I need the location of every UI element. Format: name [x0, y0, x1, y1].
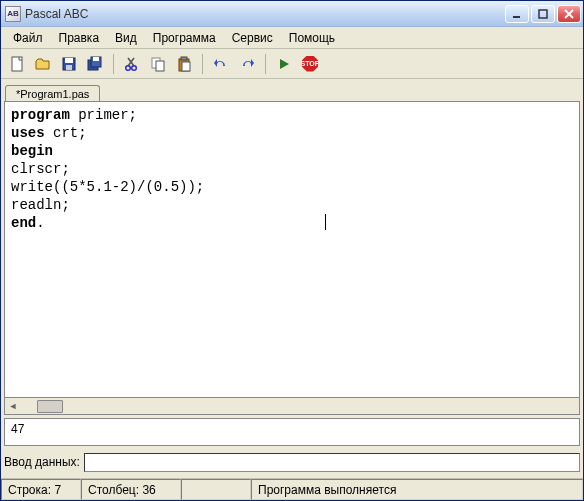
svg-point-14 — [132, 65, 137, 70]
keyword: end — [11, 215, 36, 231]
toolbar-separator — [113, 54, 114, 74]
stop-icon[interactable]: STOP — [298, 52, 322, 76]
menu-program[interactable]: Программа — [145, 29, 224, 47]
horizontal-scrollbar[interactable]: ◄ — [4, 398, 580, 415]
toolbar: STOP — [1, 49, 583, 79]
keyword: begin — [11, 143, 53, 159]
code-text: primer; — [70, 107, 137, 123]
app-icon: AB — [5, 6, 21, 22]
status-message: Программа выполняется — [251, 479, 583, 500]
paste-icon[interactable] — [172, 52, 196, 76]
svg-rect-1 — [539, 10, 547, 18]
menu-file[interactable]: Файл — [5, 29, 51, 47]
maximize-button[interactable] — [531, 5, 555, 23]
menu-help[interactable]: Помощь — [281, 29, 343, 47]
window-title: Pascal ABC — [25, 7, 505, 21]
text-cursor — [325, 214, 326, 230]
save-icon[interactable] — [57, 52, 81, 76]
code-text: write((5*5.1-2)/(0.5)); — [11, 179, 204, 195]
titlebar: AB Pascal ABC — [1, 1, 583, 27]
input-field[interactable] — [84, 453, 580, 472]
code-editor[interactable]: program primer; uses crt; begin clrscr; … — [4, 101, 580, 398]
svg-marker-20 — [280, 59, 289, 69]
scroll-thumb[interactable] — [37, 400, 63, 413]
close-button[interactable] — [557, 5, 581, 23]
keyword: uses — [11, 125, 45, 141]
svg-rect-18 — [181, 57, 187, 60]
tab-strip: *Program1.pas — [1, 79, 583, 101]
svg-rect-16 — [156, 61, 164, 71]
window-buttons — [505, 5, 581, 23]
tab-program1[interactable]: *Program1.pas — [5, 85, 100, 102]
code-text: readln; — [11, 197, 70, 213]
svg-rect-7 — [66, 65, 72, 70]
app-window: AB Pascal ABC Файл Правка Вид Программа … — [0, 0, 584, 501]
menu-edit[interactable]: Правка — [51, 29, 108, 47]
toolbar-separator — [202, 54, 203, 74]
svg-point-13 — [126, 65, 131, 70]
menu-service[interactable]: Сервис — [224, 29, 281, 47]
minimize-button[interactable] — [505, 5, 529, 23]
status-column: Столбец: 36 — [81, 479, 181, 500]
statusbar: Строка: 7 Столбец: 36 Программа выполняе… — [1, 478, 583, 500]
svg-rect-4 — [12, 57, 22, 71]
svg-rect-19 — [182, 62, 190, 71]
copy-icon[interactable] — [146, 52, 170, 76]
svg-rect-10 — [93, 57, 99, 61]
cut-icon[interactable] — [120, 52, 144, 76]
redo-icon[interactable] — [235, 52, 259, 76]
menu-view[interactable]: Вид — [107, 29, 145, 47]
code-text: . — [36, 215, 44, 231]
code-text: clrscr; — [11, 161, 70, 177]
open-file-icon[interactable] — [31, 52, 55, 76]
output-panel: 47 — [4, 418, 580, 446]
input-row: Ввод данных: — [4, 450, 580, 474]
scroll-left-icon[interactable]: ◄ — [5, 399, 21, 414]
run-icon[interactable] — [272, 52, 296, 76]
menubar: Файл Правка Вид Программа Сервис Помощь — [1, 27, 583, 49]
status-empty — [181, 479, 251, 500]
svg-rect-6 — [65, 58, 73, 63]
keyword: program — [11, 107, 70, 123]
save-all-icon[interactable] — [83, 52, 107, 76]
toolbar-separator — [265, 54, 266, 74]
input-label: Ввод данных: — [4, 455, 80, 469]
code-text: crt; — [45, 125, 87, 141]
undo-icon[interactable] — [209, 52, 233, 76]
status-line: Строка: 7 — [1, 479, 81, 500]
new-file-icon[interactable] — [5, 52, 29, 76]
